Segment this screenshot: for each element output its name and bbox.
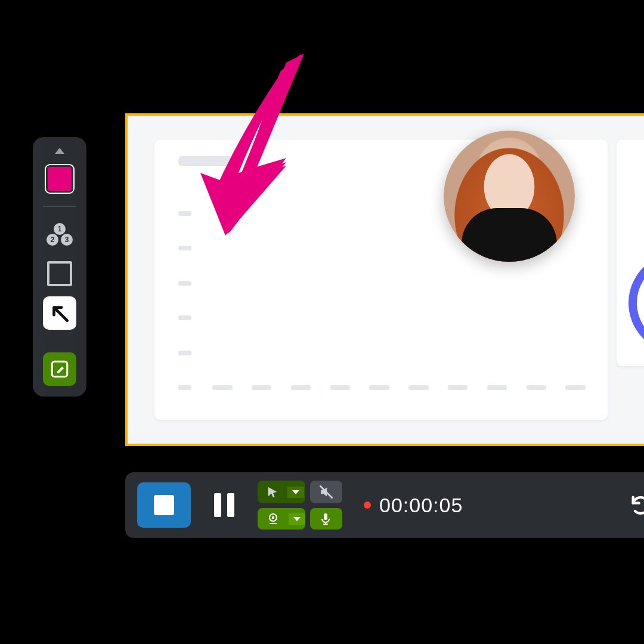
webcam-icon: [266, 512, 280, 526]
svg-rect-3: [324, 513, 327, 520]
x-tick-placeholder: [291, 385, 311, 390]
bar-column: [522, 377, 550, 390]
arrow-tool[interactable]: [43, 296, 76, 330]
stop-button[interactable]: [137, 482, 191, 528]
x-tick-placeholder: [448, 385, 467, 390]
numbered-steps-icon: 123: [47, 223, 73, 246]
bar-column: [404, 377, 433, 390]
recording-indicator-icon: [364, 501, 371, 509]
recorder-options: [258, 481, 342, 530]
collapse-chevron-up-icon[interactable]: [55, 148, 64, 154]
timer-value: 00:00:05: [379, 494, 463, 517]
edit-icon: [49, 359, 70, 379]
x-tick-placeholder: [330, 385, 350, 390]
chart-title-placeholder: [178, 156, 232, 166]
pause-icon: [214, 493, 234, 517]
bar-column: [444, 377, 472, 390]
bar-column: [483, 377, 512, 390]
rectangle-icon: [47, 261, 72, 286]
microphone-icon: [318, 512, 333, 526]
color-swatch-icon: [48, 167, 72, 191]
bar-column: [365, 377, 394, 390]
x-tick-placeholder: [487, 385, 507, 390]
x-tick-placeholder: [369, 385, 389, 390]
rectangle-tool[interactable]: [43, 257, 76, 290]
stop-icon: [154, 495, 174, 515]
bar-column: [208, 377, 237, 390]
secondary-card: [617, 140, 644, 366]
undo-icon: [629, 493, 644, 517]
speaker-muted-icon: [318, 484, 334, 500]
system-audio-button[interactable]: [310, 481, 342, 503]
webcam-button[interactable]: [258, 508, 305, 530]
arrow-icon: [48, 302, 71, 324]
x-tick-placeholder: [252, 385, 271, 390]
y-axis-ticks: [178, 211, 196, 390]
cursor-icon: [266, 485, 279, 499]
annotation-tool-palette: 123: [33, 137, 86, 397]
palette-divider: [43, 206, 76, 207]
donut-chart-fragment-icon: [617, 234, 644, 366]
microphone-button[interactable]: [310, 508, 342, 530]
draw-edit-tool[interactable]: [43, 352, 76, 386]
bar-column: [287, 377, 315, 390]
bar-column: [247, 377, 276, 390]
cursor-effects-dropdown[interactable]: [287, 487, 304, 498]
bar-column: [326, 377, 354, 390]
cursor-effects-button[interactable]: [258, 481, 305, 503]
x-tick-placeholder: [212, 385, 232, 390]
x-tick-placeholder: [565, 385, 585, 390]
recording-timer: 00:00:05: [364, 494, 463, 517]
x-tick-placeholder: [527, 385, 546, 390]
recording-region: [125, 113, 644, 446]
pause-button[interactable]: [206, 482, 242, 528]
undo-button[interactable]: [626, 490, 644, 520]
recorder-toolbar: 00:00:05: [125, 472, 644, 538]
bar-column: [561, 377, 590, 390]
x-tick-placeholder: [408, 385, 428, 390]
numbered-steps-tool[interactable]: 123: [43, 218, 76, 251]
svg-point-2: [272, 516, 274, 519]
webcam-overlay[interactable]: [444, 131, 575, 262]
webcam-dropdown[interactable]: [289, 513, 305, 525]
color-swatch-tool[interactable]: [43, 162, 76, 196]
